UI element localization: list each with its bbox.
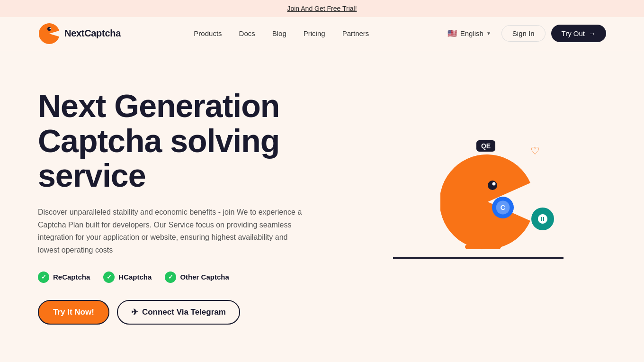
nav-products[interactable]: Products [194,29,222,37]
nav-partners[interactable]: Partners [342,29,369,37]
svg-point-2 [50,27,51,29]
badge-other-captcha: ✓ Other Captcha [165,272,229,283]
logo-text: NextCaptcha [64,28,121,39]
nav-pricing[interactable]: Pricing [304,29,325,37]
mascot-pacman [440,154,535,249]
svg-point-4 [492,182,496,186]
top-banner: Join And Get Free Trial! [0,0,644,17]
logo[interactable]: NextCaptcha [38,22,121,45]
header: NextCaptcha Products Docs Blog Pricing P… [0,17,644,50]
badge-other-label: Other Captcha [180,273,229,281]
mascot-container: QE ♡ C [393,126,564,287]
qe-badge: QE [476,140,495,152]
tryout-button[interactable]: Try Out → [551,25,606,42]
pacman-svg [440,154,535,249]
chevron-down-icon: ▼ [486,31,491,36]
captcha-ball: C [492,197,514,218]
nav-docs[interactable]: Docs [239,29,255,37]
hand-icon [537,213,548,225]
language-label: English [460,29,483,37]
language-selector[interactable]: 🇺🇸 English ▼ [442,27,496,40]
check-icon-recaptcha: ✓ [38,272,49,283]
telegram-button[interactable]: ✈ Connect Via Telegram [117,300,240,325]
main-nav: Products Docs Blog Pricing Partners [194,29,369,38]
nav-right: 🇺🇸 English ▼ Sign In Try Out → [442,25,606,42]
badge-hcaptcha: ✓ HCaptcha [103,272,152,283]
logo-icon [38,22,61,45]
svg-text:C: C [501,204,505,211]
hero-title: Next Generation Captcha solving service [38,89,350,193]
svg-point-3 [488,181,497,190]
hero-right: QE ♡ C [350,112,606,301]
check-icon-other: ✓ [165,272,176,283]
try-now-button[interactable]: Try It Now! [38,300,109,325]
badge-recaptcha-label: ReCaptcha [53,273,90,281]
hero-section: Next Generation Captcha solving service … [0,50,644,353]
flag-icon: 🇺🇸 [447,30,457,37]
check-icon-hcaptcha: ✓ [103,272,115,283]
arrow-icon: → [589,29,596,37]
hero-buttons: Try It Now! ✈ Connect Via Telegram [38,300,350,325]
nav-blog[interactable]: Blog [272,29,286,37]
hero-left: Next Generation Captcha solving service … [38,89,350,325]
ground-line [393,257,564,259]
badge-hcaptcha-label: HCaptcha [118,273,152,281]
hero-badges: ✓ ReCaptcha ✓ HCaptcha ✓ Other Captcha [38,272,350,283]
hero-description: Discover unparalleled stability and econ… [38,206,303,256]
telegram-icon: ✈ [131,307,138,317]
signin-button[interactable]: Sign In [501,25,546,42]
badge-recaptcha: ✓ ReCaptcha [38,272,90,283]
teal-badge [531,208,554,230]
banner-link[interactable]: Join And Get Free Trial! [287,5,357,12]
captcha-icon: C [495,200,510,215]
